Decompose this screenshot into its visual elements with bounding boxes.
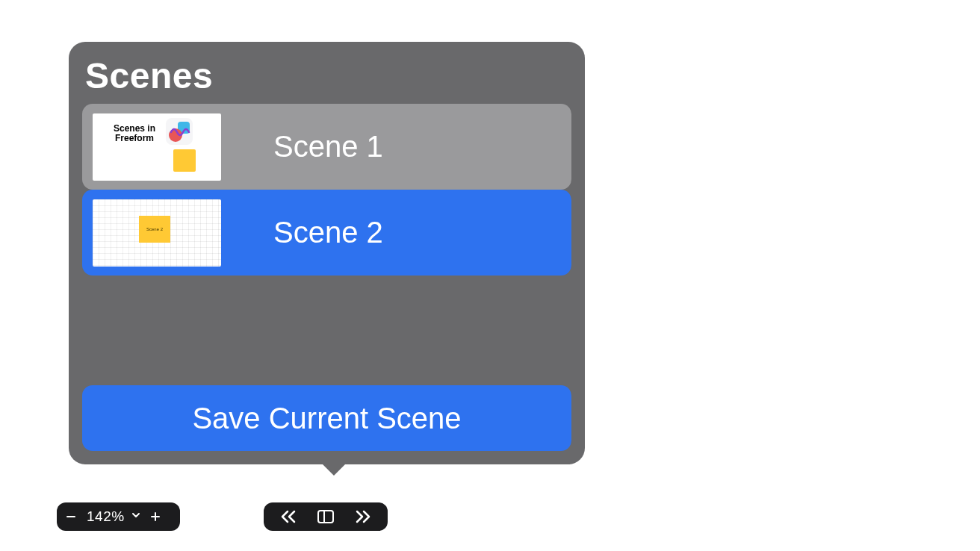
zoom-level: 142% (87, 508, 125, 525)
popover-title: Scenes (82, 55, 571, 96)
save-scene-button[interactable]: Save Current Scene (82, 385, 571, 451)
sticky-note-icon: Scene 2 (139, 216, 170, 243)
zoom-in-button[interactable] (149, 511, 162, 523)
svg-rect-4 (155, 512, 156, 521)
zoom-menu-button[interactable] (131, 510, 141, 523)
svg-rect-5 (318, 511, 333, 523)
freeform-app-icon (166, 118, 193, 145)
scenes-panel-button[interactable] (316, 508, 335, 525)
thumb-text: Scenes in Freeform (112, 124, 157, 143)
next-scene-button[interactable] (354, 509, 372, 524)
scene-item-2[interactable]: Scene 2 Scene 2 (82, 190, 571, 276)
popover-pointer (320, 462, 347, 476)
scenes-popover: Scenes Scenes in Freeform Scene 1 Scene (69, 42, 585, 464)
svg-rect-2 (66, 516, 75, 517)
prev-scene-button[interactable] (279, 509, 297, 524)
scene-nav-toolbar (264, 502, 388, 531)
scene-list: Scenes in Freeform Scene 1 Scene 2 Scene… (82, 104, 571, 385)
sticky-note-icon (173, 149, 196, 172)
scene-thumbnail: Scenes in Freeform (93, 113, 221, 181)
zoom-out-button[interactable] (64, 511, 78, 523)
scene-thumbnail: Scene 2 (93, 199, 221, 267)
scene-label: Scene 2 (273, 216, 383, 249)
scene-label: Scene 1 (273, 130, 383, 164)
scene-item-1[interactable]: Scenes in Freeform Scene 1 (82, 104, 571, 190)
zoom-toolbar: 142% (57, 502, 180, 531)
